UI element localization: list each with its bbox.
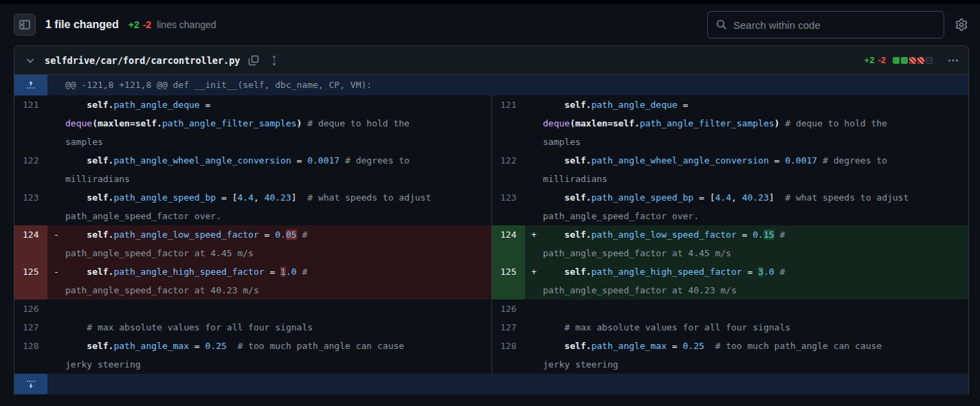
diffstat-square-addition (893, 57, 900, 64)
code-line: self.path_angle_speed_bp = [4.4, 40.23] … (65, 188, 491, 225)
diffstat-square-neutral (926, 57, 933, 64)
code-line: self.path_angle_wheel_angle_conversion =… (543, 151, 968, 188)
diff-marker (525, 300, 543, 318)
hunk-header-row: @@ -121,8 +121,8 @@ def __init__(self, d… (14, 75, 968, 95)
copy-icon (248, 55, 259, 66)
code-line: self.path_angle_wheel_angle_conversion =… (65, 151, 491, 188)
line-number[interactable]: 123 (14, 188, 47, 225)
line-number[interactable]: 122 (14, 151, 47, 188)
code-line: # max absolute values for all four signa… (65, 318, 491, 337)
file-additions-count: +2 (865, 55, 875, 65)
line-number[interactable]: 125 (14, 262, 47, 300)
diff-left-ctx-line: 128 self.path_angle_max = 0.25 # too muc… (14, 337, 491, 374)
code-line (65, 300, 491, 318)
file-header: selfdrive/car/ford/carcontroller.py +2 -… (14, 46, 968, 75)
diff-right-ctx-line: 122 self.path_angle_wheel_angle_conversi… (491, 151, 968, 188)
diff-marker (525, 95, 543, 151)
diff-marker (47, 95, 65, 151)
code-line: self.path_angle_deque = deque(maxlen=sel… (65, 95, 491, 151)
page-header: 1 file changed +2 -2 lines changed (0, 4, 980, 45)
diffstat-square-deletion (917, 57, 924, 64)
diff-row: 121 self.path_angle_deque = deque(maxlen… (14, 95, 968, 151)
line-number[interactable]: 126 (492, 300, 525, 318)
search-box[interactable] (707, 11, 944, 38)
line-number[interactable]: 125 (492, 262, 525, 300)
diff-left-del-line: 125- self.path_angle_high_speed_factor =… (14, 262, 491, 300)
file-options-button[interactable] (948, 55, 959, 66)
diff-row: 123 self.path_angle_speed_bp = [4.4, 40.… (14, 188, 968, 225)
diff-left-ctx-line: 126 (14, 300, 491, 318)
diff-right-ctx-line: 126 (491, 300, 968, 318)
search-icon (716, 19, 727, 30)
line-number[interactable]: 127 (492, 318, 525, 337)
diff-marker (525, 188, 543, 225)
diff-marker (47, 337, 65, 374)
diff-marker (47, 188, 65, 225)
deletions-count: -2 (143, 19, 151, 30)
additions-count: +2 (129, 19, 140, 30)
line-number[interactable]: 124 (14, 225, 47, 262)
code-line: self.path_angle_max = 0.25 # too much pa… (543, 337, 968, 374)
code-line: self.path_angle_low_speed_factor = 0.05 … (65, 225, 491, 262)
gear-icon (955, 19, 968, 31)
panel-toggle-button[interactable] (14, 14, 36, 36)
diff-marker: - (47, 225, 65, 262)
line-number[interactable]: 128 (14, 337, 47, 374)
code-line: self.path_angle_speed_bp = [4.4, 40.23] … (543, 188, 968, 225)
settings-button[interactable] (954, 17, 969, 32)
copy-path-button[interactable] (248, 55, 259, 66)
diff-right-add-line: 125+ self.path_angle_high_speed_factor =… (491, 262, 968, 300)
panel-toggle-icon (19, 19, 30, 30)
search-input[interactable] (733, 19, 935, 31)
line-number[interactable]: 123 (492, 188, 525, 225)
line-number[interactable]: 122 (492, 151, 525, 188)
diff-right-ctx-line: 123 self.path_angle_speed_bp = [4.4, 40.… (491, 188, 968, 225)
diff-left-ctx-line: 123 self.path_angle_speed_bp = [4.4, 40.… (14, 188, 491, 225)
expand-down-button[interactable] (14, 374, 47, 394)
diff-grid: 121 self.path_angle_deque = deque(maxlen… (14, 95, 968, 374)
files-changed-title: 1 file changed (45, 19, 119, 31)
code-line: self.path_angle_max = 0.25 # too much pa… (65, 337, 491, 374)
expand-file-button[interactable] (269, 55, 280, 66)
code-line (543, 300, 968, 318)
diffstat-blocks (891, 57, 933, 64)
diff-marker: - (47, 262, 65, 300)
diff-row: 122 self.path_angle_wheel_angle_conversi… (14, 151, 968, 188)
lines-changed-label: lines changed (157, 19, 216, 30)
code-line: # max absolute values for all four signa… (543, 318, 968, 337)
expand-up-icon (25, 80, 36, 91)
line-number[interactable]: 121 (14, 95, 47, 151)
file-path[interactable]: selfdrive/car/ford/carcontroller.py (45, 55, 240, 66)
diff-left-del-line: 124- self.path_angle_low_speed_factor = … (14, 225, 491, 262)
code-line: self.path_angle_low_speed_factor = 0.15 … (543, 225, 968, 262)
hunk-header-text: @@ -121,8 +121,8 @@ def __init__(self, d… (47, 75, 372, 95)
code-line: self.path_angle_high_speed_factor = 3.0 … (543, 262, 968, 300)
line-number[interactable]: 128 (492, 337, 525, 374)
code-line: self.path_angle_high_speed_factor = 1.0 … (65, 262, 491, 300)
diff-right-ctx-line: 121 self.path_angle_deque = deque(maxlen… (491, 95, 968, 151)
unfold-vertical-icon (269, 55, 280, 66)
diffstat-square-addition (901, 57, 908, 64)
diff-marker: + (525, 262, 543, 300)
diff-row: 126126 (14, 300, 968, 318)
diff-right-add-line: 124+ self.path_angle_low_speed_factor = … (491, 225, 968, 262)
chevron-down-icon (25, 56, 35, 65)
diff-marker (525, 318, 543, 337)
diff-left-ctx-line: 121 self.path_angle_deque = deque(maxlen… (14, 95, 491, 151)
diff-right-ctx-line: 127 # max absolute values for all four s… (491, 318, 968, 337)
diff-row: 127 # max absolute values for all four s… (14, 318, 968, 337)
expand-up-button[interactable] (14, 75, 47, 95)
code-line: self.path_angle_deque = deque(maxlen=sel… (543, 95, 968, 151)
diff-row: 128 self.path_angle_max = 0.25 # too muc… (14, 337, 968, 374)
diff-panel: selfdrive/car/ford/carcontroller.py +2 -… (14, 45, 969, 394)
collapse-file-button[interactable] (25, 56, 35, 65)
line-number[interactable]: 126 (14, 300, 47, 318)
diff-row: 125- self.path_angle_high_speed_factor =… (14, 262, 968, 300)
line-number[interactable]: 127 (14, 318, 47, 337)
line-number[interactable]: 124 (492, 225, 525, 262)
diff-row: 124- self.path_angle_low_speed_factor = … (14, 225, 968, 262)
diff-marker (47, 151, 65, 188)
diff-marker (525, 151, 543, 188)
line-number[interactable]: 121 (492, 95, 525, 151)
diffstat-square-deletion (909, 57, 916, 64)
